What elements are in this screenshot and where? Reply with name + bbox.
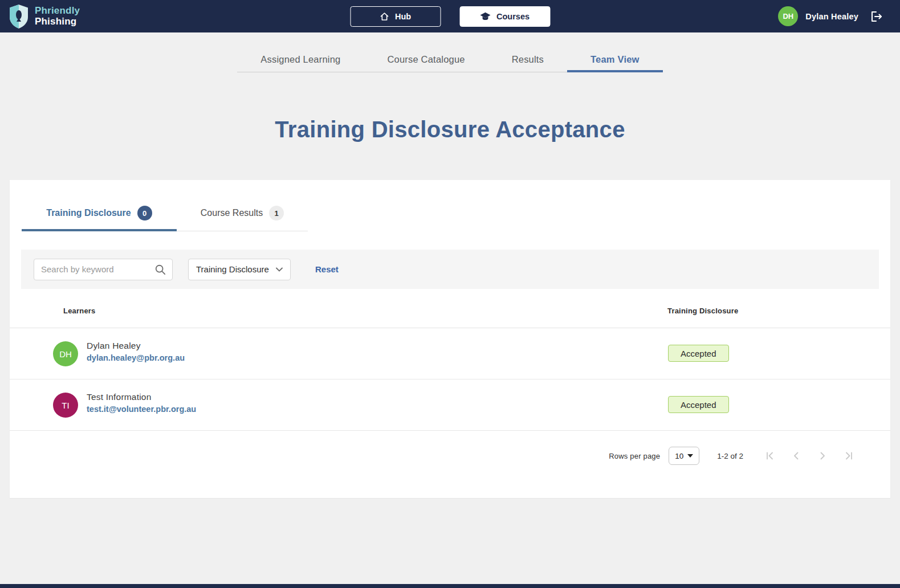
- table-row: DH Dylan Healey dylan.healey@pbr.org.au …: [10, 328, 890, 379]
- brand-name: Phriendly Phishing: [35, 6, 80, 27]
- learner-name: Dylan Healey: [87, 341, 185, 351]
- user-avatar[interactable]: DH: [778, 6, 798, 26]
- rows-per-page-value: 10: [675, 452, 683, 460]
- tab-course-results[interactable]: Course Results 1: [177, 206, 308, 231]
- learner-avatar-initials: TI: [62, 401, 69, 410]
- hub-button-label: Hub: [395, 12, 411, 21]
- pagination-range-label: 1-2 of 2: [717, 452, 743, 460]
- rows-per-page-label: Rows per page: [609, 452, 660, 460]
- learner-avatar: DH: [53, 341, 78, 366]
- learner-avatar-initials: DH: [59, 349, 72, 359]
- pager-buttons: [757, 447, 862, 464]
- learner-email-link[interactable]: dylan.healey@pbr.org.au: [87, 353, 185, 362]
- hub-button[interactable]: Hub: [350, 6, 441, 27]
- search-icon[interactable]: [154, 264, 166, 275]
- tab-team-view[interactable]: Team View: [567, 46, 663, 72]
- tab-training-disclosure[interactable]: Training Disclosure 0: [22, 206, 177, 231]
- bottom-accent-strip: [0, 584, 900, 588]
- learner-info: Test Information test.it@volunteer.pbr.o…: [87, 392, 196, 414]
- table-row: TI Test Information test.it@volunteer.pb…: [10, 379, 890, 431]
- learner-avatar: TI: [53, 393, 78, 418]
- chevron-down-icon: [276, 267, 283, 272]
- table-header: Learners Training Disclosure: [10, 289, 890, 328]
- filter-bar: Training Disclosure Reset: [21, 250, 879, 289]
- top-navbar: Phriendly Phishing Hub Courses DH: [0, 0, 900, 32]
- brand-line2: Phishing: [35, 17, 80, 27]
- tab-course-catalogue[interactable]: Course Catalogue: [364, 46, 488, 72]
- content-card: Training Disclosure 0 Course Results 1 T…: [10, 180, 890, 498]
- rows-per-page-select[interactable]: 10: [669, 447, 699, 465]
- pagination-bar: Rows per page 10 1-2 of 2: [10, 431, 890, 465]
- card-tabs: Training Disclosure 0 Course Results 1: [10, 180, 890, 231]
- status-badge: Accepted: [668, 345, 729, 362]
- tab-assigned-learning[interactable]: Assigned Learning: [237, 46, 364, 72]
- tab-results[interactable]: Results: [488, 46, 567, 72]
- graduation-cap-icon: [480, 11, 491, 22]
- learner-info: Dylan Healey dylan.healey@pbr.org.au: [87, 341, 185, 363]
- tab-course-results-label: Course Results: [201, 208, 263, 218]
- filter-dropdown[interactable]: Training Disclosure: [188, 259, 291, 280]
- courses-button[interactable]: Courses: [459, 6, 550, 27]
- section-tabs: Assigned Learning Course Catalogue Resul…: [0, 46, 900, 72]
- status-badge: Accepted: [668, 396, 729, 413]
- training-disclosure-count-badge: 0: [137, 206, 152, 220]
- caret-down-icon: [687, 454, 693, 458]
- last-page-icon[interactable]: [836, 447, 862, 464]
- brand-logo[interactable]: Phriendly Phishing: [8, 4, 80, 29]
- home-icon: [380, 11, 390, 22]
- shield-fish-logo-icon: [8, 4, 30, 29]
- search-box: [34, 259, 173, 280]
- next-page-icon[interactable]: [809, 447, 836, 464]
- column-header-learners: Learners: [63, 307, 96, 315]
- page-title: Training Disclosure Acceptance: [0, 117, 900, 142]
- reset-link[interactable]: Reset: [315, 264, 339, 274]
- column-header-training-disclosure: Training Disclosure: [667, 307, 738, 315]
- learner-email-link[interactable]: test.it@volunteer.pbr.org.au: [87, 405, 196, 414]
- user-name: Dylan Healey: [805, 12, 858, 21]
- logout-icon[interactable]: [869, 10, 883, 23]
- courses-button-label: Courses: [496, 12, 530, 21]
- learner-name: Test Information: [87, 392, 196, 402]
- previous-page-icon[interactable]: [783, 447, 809, 464]
- tab-training-disclosure-label: Training Disclosure: [46, 208, 131, 218]
- search-input[interactable]: [41, 264, 154, 274]
- filter-dropdown-value: Training Disclosure: [196, 264, 269, 274]
- user-avatar-initials: DH: [783, 12, 793, 21]
- brand-line1: Phriendly: [35, 6, 80, 16]
- first-page-icon[interactable]: [757, 447, 783, 464]
- course-results-count-badge: 1: [269, 206, 284, 220]
